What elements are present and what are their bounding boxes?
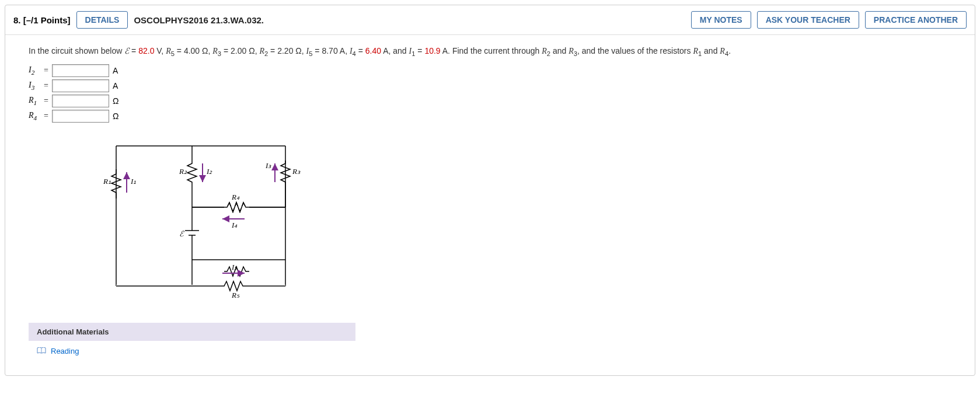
i4-value: 6.40 bbox=[365, 46, 381, 55]
r5-label: R₅ bbox=[231, 291, 240, 299]
additional-header: Additional Materials bbox=[29, 323, 355, 341]
text: . bbox=[728, 46, 731, 55]
text: 1 bbox=[34, 99, 37, 106]
text: = bbox=[415, 46, 424, 55]
r4-label: R₄ bbox=[231, 193, 240, 201]
text: = 2.20 Ω, bbox=[268, 46, 306, 55]
i3-input[interactable] bbox=[52, 79, 109, 92]
additional-materials: Additional Materials Reading bbox=[29, 323, 355, 361]
question-body: In the circuit shown below ℰ = 82.0 V, R… bbox=[5, 35, 975, 375]
practice-another-button[interactable]: PRACTICE ANOTHER bbox=[865, 11, 967, 29]
text: = 8.70 A, bbox=[312, 46, 349, 55]
additional-body: Reading bbox=[29, 341, 355, 361]
unit: Ω bbox=[113, 111, 118, 121]
answer-rows: I2 = A I3 = A R1 = Ω R4 = Ω bbox=[29, 64, 951, 123]
i5-label: I₅ bbox=[231, 263, 238, 271]
r1-input[interactable] bbox=[52, 95, 109, 107]
text: R bbox=[259, 47, 264, 55]
answer-row-i2: I2 = A bbox=[29, 64, 951, 77]
text: A. Find the current through bbox=[441, 46, 542, 55]
text: R bbox=[542, 47, 547, 55]
details-button[interactable]: DETAILS bbox=[76, 11, 128, 29]
text: and bbox=[550, 46, 569, 55]
text: R bbox=[720, 47, 725, 55]
text: = 4.00 Ω, bbox=[175, 46, 212, 55]
text: = bbox=[44, 111, 48, 121]
text: R bbox=[693, 47, 698, 55]
i1-value: 10.9 bbox=[424, 46, 440, 55]
unit: A bbox=[113, 81, 118, 90]
text: V, bbox=[156, 46, 166, 55]
text: R bbox=[29, 111, 34, 120]
i1-label: I₁ bbox=[130, 177, 136, 186]
text: and bbox=[702, 46, 720, 55]
unit: A bbox=[113, 66, 118, 75]
text: = 2.00 Ω, bbox=[221, 46, 259, 55]
i2-input[interactable] bbox=[52, 64, 109, 77]
i3-label: I₃ bbox=[265, 161, 271, 170]
answer-row-i3: I3 = A bbox=[29, 79, 951, 92]
ask-teacher-button[interactable]: ASK YOUR TEACHER bbox=[757, 11, 859, 29]
reading-link[interactable]: Reading bbox=[51, 347, 79, 355]
emf-label: ℰ bbox=[179, 229, 184, 238]
text: = bbox=[44, 81, 48, 90]
text: R bbox=[29, 96, 34, 104]
text: 2 bbox=[32, 69, 35, 76]
question-container: 8. [–/1 Points] DETAILS OSCOLPHYS2016 21… bbox=[5, 5, 975, 376]
i2-label: I₂ bbox=[206, 167, 212, 176]
text: A, and bbox=[381, 46, 409, 55]
emf-symbol: ℰ bbox=[124, 47, 129, 55]
my-notes-button[interactable]: MY NOTES bbox=[691, 11, 751, 29]
text: R bbox=[569, 47, 574, 55]
circuit-diagram: R₁ I₁ R₂ I₂ R₃ I₃ R₄ I₄ I₅ R₅ ℰ bbox=[99, 134, 951, 305]
problem-statement: In the circuit shown below ℰ = 82.0 V, R… bbox=[29, 44, 951, 60]
points-label: 8. [–/1 Points] bbox=[13, 15, 71, 25]
r1-label: R₁ bbox=[103, 177, 111, 186]
i4-label: I₄ bbox=[231, 221, 238, 229]
text: 3 bbox=[32, 84, 35, 91]
text: , and the values of the resistors bbox=[577, 46, 693, 55]
question-header: 8. [–/1 Points] DETAILS OSCOLPHYS2016 21… bbox=[5, 5, 975, 35]
text: = bbox=[44, 96, 48, 106]
r2-label: R₂ bbox=[179, 167, 187, 176]
book-icon bbox=[37, 347, 46, 354]
text: R bbox=[166, 47, 171, 55]
answer-row-r1: R1 = Ω bbox=[29, 95, 951, 107]
unit: Ω bbox=[113, 96, 118, 106]
r3-label: R₃ bbox=[292, 167, 301, 176]
emf-value: 82.0 bbox=[138, 46, 154, 55]
text: In the circuit shown below bbox=[29, 46, 124, 55]
source-id: OSCOLPHYS2016 21.3.WA.032. bbox=[134, 15, 264, 25]
answer-row-r4: R4 = Ω bbox=[29, 110, 951, 123]
text: R bbox=[212, 47, 218, 55]
text: = bbox=[44, 66, 48, 75]
text: 4 bbox=[34, 114, 37, 121]
text: = bbox=[356, 46, 365, 55]
r4-input[interactable] bbox=[52, 110, 109, 123]
text: = bbox=[131, 46, 138, 55]
